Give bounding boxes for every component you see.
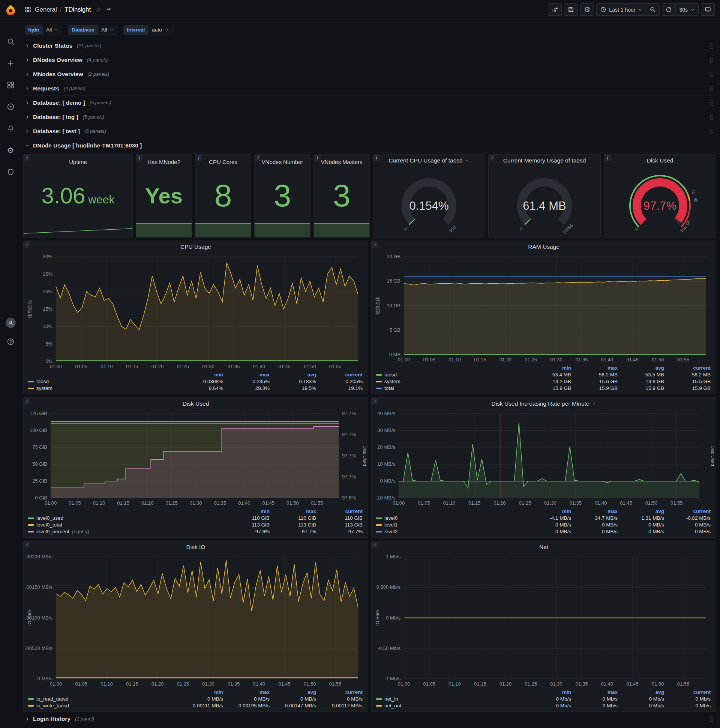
legend-series-level0-used[interactable]: level0_used	[28, 515, 223, 521]
plot-disk_rate[interactable]: -10 MB/s0 MB/s10 MB/s20 MB/s30 MB/s40 MB…	[373, 410, 714, 508]
panel-info-icon[interactable]: i	[136, 154, 143, 161]
legend-col-current[interactable]: current	[316, 689, 363, 695]
row-cluster-status[interactable]: Cluster Status(21 panels)⣿	[23, 39, 716, 53]
plot-net[interactable]: -1 Mb/s-0.50 Mb/s0 Mb/s0.500 Mb/s1 Mb/s0…	[373, 553, 714, 688]
panel-info-icon[interactable]: i	[195, 154, 202, 161]
add-panel-button[interactable]	[548, 3, 562, 16]
plot-cpu_usage[interactable]: 0%5%10%15%20%25%30%01:0001:0501:1001:150…	[25, 253, 366, 371]
legend-col-max[interactable]: max	[270, 508, 316, 514]
drag-handle-icon[interactable]: ⣿	[709, 71, 713, 78]
panel-title[interactable]: Current CPU Usage of taosd	[373, 154, 485, 167]
legend-col-min[interactable]: min	[525, 365, 571, 371]
panel-title[interactable]: Current Memory Usage of taosd	[489, 154, 600, 167]
legend-series-level0-total[interactable]: level0_total	[28, 522, 223, 528]
legend-col-max[interactable]: max	[571, 689, 618, 695]
share-icon[interactable]	[105, 6, 112, 13]
refresh-interval-dropdown[interactable]: 30s	[675, 3, 699, 16]
dashboards-button[interactable]	[4, 78, 17, 92]
panel-title-disk_used[interactable]: Disk Used	[24, 398, 368, 410]
panel-info-icon[interactable]: i	[489, 154, 495, 161]
plot-disk_io[interactable]: 0 MB/s0.000500 MB/s0.00100 MB/s0.00150 M…	[25, 553, 366, 688]
panel-title-disk_rate[interactable]: Disk Used Increasing Rate per Minute	[372, 398, 716, 410]
row-requests[interactable]: Requests(4 panels)⣿	[23, 81, 716, 96]
legend-col-min[interactable]: min	[177, 689, 223, 695]
legend-series-io-write-taosd[interactable]: io_write_taosd	[28, 703, 177, 708]
legend-col-max[interactable]: max	[571, 508, 618, 514]
breadcrumb-dashboard[interactable]: TDinsight	[64, 6, 91, 13]
legend-col-avg[interactable]: avg	[618, 689, 664, 695]
panel-title-net[interactable]: Net	[372, 541, 716, 553]
explore-button[interactable]	[4, 100, 17, 113]
panel-info-icon[interactable]: i	[24, 541, 31, 548]
variable-value-dropdown[interactable]: auto	[148, 25, 172, 35]
cycle-view-mode-button[interactable]	[701, 3, 715, 16]
legend-col-min[interactable]: min	[223, 508, 270, 514]
legend-series-net-out[interactable]: net_out	[376, 703, 525, 708]
legend-col-current[interactable]: current	[664, 365, 711, 371]
drag-handle-icon[interactable]: ⣿	[709, 114, 713, 121]
row-dnodes-overview[interactable]: DNodes Overview(4 panels)⣿	[23, 53, 716, 67]
user-profile-button[interactable]	[4, 316, 17, 329]
legend-series-level0-percent[interactable]: level0_percent(right-y)	[28, 529, 223, 534]
panel-info-icon[interactable]: i	[24, 154, 31, 161]
legend-col-avg[interactable]: avg	[270, 372, 316, 378]
panel-info-icon[interactable]: i	[372, 541, 378, 548]
panel-info-icon[interactable]: i	[372, 241, 378, 248]
dashboard-settings-button[interactable]: ⚙	[580, 3, 594, 16]
panel-title[interactable]: Disk Used	[604, 154, 716, 167]
save-dashboard-button[interactable]	[564, 3, 578, 16]
panel-info-icon[interactable]: i	[255, 154, 261, 161]
variable-value-dropdown[interactable]: All	[98, 25, 117, 35]
drag-handle-icon[interactable]: ⣿	[709, 716, 713, 722]
time-range-picker[interactable]: Last 1 hour	[596, 3, 646, 16]
legend-col-current[interactable]: current	[664, 689, 711, 695]
row-database-demo[interactable]: Database: [ demo ](5 panels)⣿	[23, 96, 716, 110]
legend-series-taosd[interactable]: taosd	[376, 372, 525, 378]
legend-series-net-in[interactable]: net_in	[376, 696, 525, 702]
legend-series-io-read-taosd[interactable]: io_read_taosd	[28, 696, 177, 702]
plot-disk_used[interactable]: 0 GiB25 GiB50 GiB75 GiB100 GiB125 GiB01:…	[25, 410, 366, 508]
panel-info-icon[interactable]: i	[314, 154, 320, 161]
legend-series-level0[interactable]: level0	[376, 515, 525, 521]
panel-info-icon[interactable]: i	[372, 398, 378, 405]
panel-info-icon[interactable]: i	[604, 154, 611, 161]
dashboards-icon[interactable]	[25, 6, 31, 13]
legend-series-system[interactable]: system	[376, 379, 525, 384]
legend-series-taosd[interactable]: taosd	[28, 379, 177, 384]
legend-col-avg[interactable]: avg	[618, 365, 664, 371]
row-database-test[interactable]: Database: [ test ](5 panels)⣿	[23, 124, 716, 138]
legend-col-max[interactable]: max	[223, 689, 270, 695]
breadcrumb-folder[interactable]: General	[35, 6, 57, 13]
row-database-log[interactable]: Database: [ log ](5 panels)⣿	[23, 110, 716, 124]
legend-col-current[interactable]: current	[664, 508, 711, 514]
star-dashboard-icon[interactable]: ☆	[96, 6, 102, 14]
legend-col-min[interactable]: min	[525, 508, 571, 514]
drag-handle-icon[interactable]: ⣿	[709, 85, 713, 92]
row-login-history[interactable]: Login History(1 panel)⣿	[23, 712, 716, 726]
panel-info-icon[interactable]: i	[24, 241, 31, 248]
panel-title-ram_usage[interactable]: RAM Usage	[372, 241, 716, 253]
configuration-button[interactable]: ⚙	[4, 143, 17, 157]
row-dnode-usage[interactable]: DNode Usage [ huolinhe-TM1701:6030 ]	[23, 138, 716, 153]
panel-title-cpu_usage[interactable]: CPU Usage	[24, 241, 368, 253]
legend-col-max[interactable]: max	[223, 372, 270, 378]
legend-col-max[interactable]: max	[571, 365, 618, 371]
refresh-button[interactable]	[662, 3, 676, 16]
row-mnodes-overview[interactable]: MNodes Overview(2 panels)⣿	[23, 67, 716, 81]
drag-handle-icon[interactable]: ⣿	[709, 128, 713, 135]
zoom-out-time-button[interactable]	[646, 3, 660, 16]
legend-series-total[interactable]: total	[376, 385, 525, 391]
legend-col-avg[interactable]: avg	[270, 689, 316, 695]
plot-ram_usage[interactable]: 0 MB5 GB10 GB15 GB20 GB01:0001:0501:1001…	[373, 253, 714, 364]
legend-series-system[interactable]: system	[28, 385, 177, 391]
legend-col-current[interactable]: current	[316, 508, 363, 514]
drag-handle-icon[interactable]: ⣿	[709, 99, 713, 106]
legend-col-avg[interactable]: avg	[618, 508, 664, 514]
drag-handle-icon[interactable]: ⣿	[709, 57, 713, 63]
drag-handle-icon[interactable]: ⣿	[709, 43, 713, 49]
server-admin-button[interactable]	[4, 165, 17, 179]
panel-title-disk_io[interactable]: Disk IO	[24, 541, 368, 553]
variable-value-dropdown[interactable]: All	[43, 25, 62, 35]
legend-series-level2[interactable]: level2	[376, 529, 525, 534]
legend-col-current[interactable]: current	[316, 372, 363, 378]
